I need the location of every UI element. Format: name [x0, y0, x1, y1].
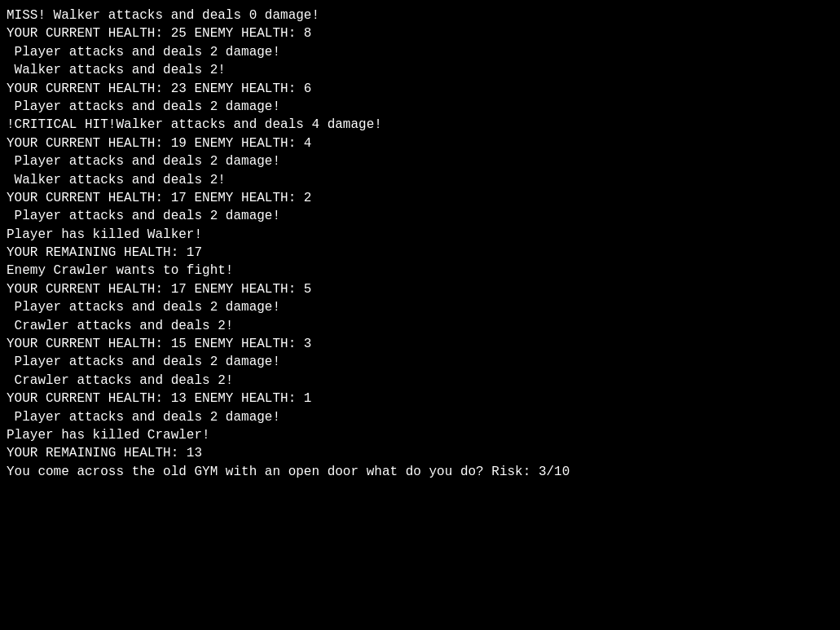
log-line: YOUR REMAINING HEALTH: 13 [7, 444, 833, 462]
log-line: Player attacks and deals 2 damage! [7, 408, 833, 426]
log-line: Crawler attacks and deals 2! [7, 317, 833, 335]
log-line: Walker attacks and deals 2! [7, 171, 833, 189]
log-line: You come across the old GYM with an open… [7, 463, 833, 481]
log-line: Walker attacks and deals 2! [7, 61, 833, 79]
log-line: Player attacks and deals 2 damage! [7, 98, 833, 116]
log-line: YOUR REMAINING HEALTH: 17 [7, 244, 833, 262]
log-line: Player attacks and deals 2 damage! [7, 298, 833, 316]
log-line: YOUR CURRENT HEALTH: 13 ENEMY HEALTH: 1 [7, 390, 833, 408]
log-line: Player attacks and deals 2 damage! [7, 43, 833, 61]
log-line: Player attacks and deals 2 damage! [7, 353, 833, 371]
log-line: Player has killed Walker! [7, 226, 833, 244]
log-line: !CRITICAL HIT!Walker attacks and deals 4… [7, 116, 833, 134]
log-line: YOUR CURRENT HEALTH: 15 ENEMY HEALTH: 3 [7, 335, 833, 353]
log-line: Player attacks and deals 2 damage! [7, 152, 833, 170]
log-line: MISS! Walker attacks and deals 0 damage! [7, 7, 833, 24]
log-line: YOUR CURRENT HEALTH: 23 ENEMY HEALTH: 6 [7, 80, 833, 98]
log-line: YOUR CURRENT HEALTH: 17 ENEMY HEALTH: 2 [7, 189, 833, 207]
log-line: Player attacks and deals 2 damage! [7, 207, 833, 225]
log-line: Player has killed Crawler! [7, 426, 833, 444]
log-line: YOUR CURRENT HEALTH: 17 ENEMY HEALTH: 5 [7, 280, 833, 298]
log-line: Crawler attacks and deals 2! [7, 372, 833, 390]
log-line: YOUR CURRENT HEALTH: 19 ENEMY HEALTH: 4 [7, 134, 833, 152]
game-log: MISS! Walker attacks and deals 0 damage!… [7, 7, 833, 481]
log-line: Enemy Crawler wants to fight! [7, 262, 833, 280]
log-line: YOUR CURRENT HEALTH: 25 ENEMY HEALTH: 8 [7, 24, 833, 42]
